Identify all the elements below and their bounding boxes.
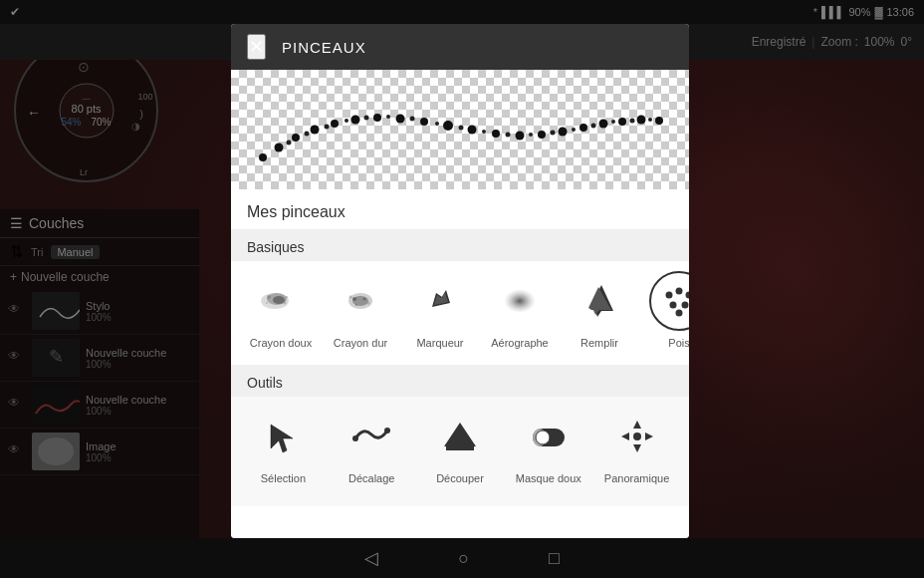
svg-point-42 xyxy=(572,128,576,132)
tools-grid: Sélection Décalage xyxy=(231,397,689,490)
svg-point-26 xyxy=(618,118,626,126)
brush-icon-wrap xyxy=(331,271,390,331)
svg-point-74 xyxy=(536,431,550,444)
modal-header: ✕ PINCEAUX xyxy=(231,24,689,70)
svg-rect-71 xyxy=(446,446,474,450)
brushes-grid: Crayon doux Crayon dur xyxy=(231,261,689,365)
tool-label: Sélection xyxy=(261,472,306,484)
pois-icon xyxy=(653,275,689,327)
svg-point-20 xyxy=(492,130,500,138)
svg-point-11 xyxy=(292,134,300,142)
selection-icon xyxy=(257,411,309,462)
brush-item-crayon-doux[interactable]: Crayon doux xyxy=(247,271,315,349)
brush-item-marqueur[interactable]: Marqueur xyxy=(406,271,474,349)
panoramique-icon xyxy=(611,411,663,462)
svg-point-28 xyxy=(655,117,663,125)
svg-point-52 xyxy=(286,296,288,298)
modal-close-button[interactable]: ✕ xyxy=(247,34,266,60)
tool-item-selection[interactable]: Sélection xyxy=(247,407,320,484)
brush-label: Aérographe xyxy=(491,337,549,349)
svg-point-56 xyxy=(352,297,356,301)
svg-point-57 xyxy=(363,298,366,301)
brush-stroke-preview xyxy=(231,70,689,189)
outils-header: Outils xyxy=(231,365,689,397)
svg-point-29 xyxy=(287,141,292,145)
svg-point-69 xyxy=(384,428,390,434)
svg-point-51 xyxy=(284,302,287,305)
crayon-doux-icon xyxy=(255,275,307,327)
svg-point-37 xyxy=(459,126,464,131)
svg-point-16 xyxy=(396,115,405,124)
tool-item-masque-doux[interactable]: Masque doux xyxy=(512,407,584,484)
brush-icon-wrap xyxy=(570,271,629,331)
svg-point-25 xyxy=(599,120,608,129)
svg-point-13 xyxy=(331,120,339,128)
brush-item-aerographe[interactable]: Aérographe xyxy=(486,271,554,349)
tool-item-decouper[interactable]: Découper xyxy=(424,407,497,484)
remplir-icon xyxy=(574,275,625,327)
modal-title: PINCEAUX xyxy=(282,39,366,56)
tool-icon-wrap xyxy=(430,407,490,466)
brush-icon-wrap xyxy=(490,271,550,331)
brush-preview xyxy=(231,70,689,189)
brush-label: Pois xyxy=(668,337,689,349)
tool-icon-wrap xyxy=(519,407,578,466)
svg-point-68 xyxy=(352,435,358,441)
svg-marker-76 xyxy=(633,444,641,452)
svg-point-34 xyxy=(386,115,390,119)
svg-marker-78 xyxy=(645,433,653,440)
svg-point-19 xyxy=(468,126,477,135)
brush-label: Crayon doux xyxy=(250,337,312,349)
svg-point-60 xyxy=(355,304,357,306)
svg-point-39 xyxy=(506,133,511,138)
svg-point-63 xyxy=(676,288,683,295)
marqueur-icon xyxy=(414,275,466,327)
svg-marker-75 xyxy=(633,421,641,429)
crayon-dur-icon xyxy=(335,275,386,327)
tool-icon-wrap xyxy=(253,407,313,466)
svg-point-32 xyxy=(345,119,348,123)
svg-marker-77 xyxy=(621,433,629,440)
svg-point-15 xyxy=(373,114,381,122)
svg-point-9 xyxy=(259,153,267,161)
svg-point-24 xyxy=(579,124,587,132)
svg-point-14 xyxy=(351,116,360,125)
svg-marker-70 xyxy=(444,423,476,446)
svg-point-31 xyxy=(325,125,330,130)
svg-point-27 xyxy=(637,116,646,125)
svg-point-49 xyxy=(273,296,285,304)
svg-point-33 xyxy=(364,116,369,121)
masque-doux-icon xyxy=(523,411,575,462)
svg-point-44 xyxy=(611,120,615,124)
brush-label: Marqueur xyxy=(416,337,463,349)
svg-point-65 xyxy=(670,302,677,309)
brush-icon-wrap xyxy=(251,271,311,331)
svg-point-35 xyxy=(410,117,415,122)
brush-item-remplir[interactable]: Remplir xyxy=(566,271,633,349)
tool-item-decalage[interactable]: Décalage xyxy=(336,407,408,484)
tool-label: Masque doux xyxy=(516,472,581,484)
svg-point-30 xyxy=(305,132,310,137)
tools-section: Outils Sélection xyxy=(231,365,689,506)
svg-point-62 xyxy=(666,292,673,299)
brush-label: Remplir xyxy=(580,337,618,349)
svg-point-43 xyxy=(591,124,596,129)
tool-item-panoramique[interactable]: Panoramique xyxy=(600,407,673,484)
svg-point-22 xyxy=(538,131,546,139)
svg-point-18 xyxy=(443,121,453,131)
aerographe-icon xyxy=(494,275,546,327)
svg-point-36 xyxy=(435,122,439,126)
svg-point-53 xyxy=(266,302,268,304)
brush-item-pois[interactable]: Pois xyxy=(645,271,689,349)
tool-icon-wrap xyxy=(607,407,667,466)
brush-item-crayon-dur[interactable]: Crayon dur xyxy=(327,271,394,349)
svg-point-61 xyxy=(504,289,536,313)
svg-point-21 xyxy=(516,132,525,141)
svg-point-41 xyxy=(551,131,556,136)
svg-point-40 xyxy=(529,133,533,137)
svg-point-67 xyxy=(676,310,683,317)
tool-label: Panoramique xyxy=(604,472,669,484)
mes-pinceaux-header: Mes pinceaux xyxy=(231,189,689,229)
svg-point-59 xyxy=(367,302,370,305)
brush-icon-wrap-selected xyxy=(649,271,689,331)
